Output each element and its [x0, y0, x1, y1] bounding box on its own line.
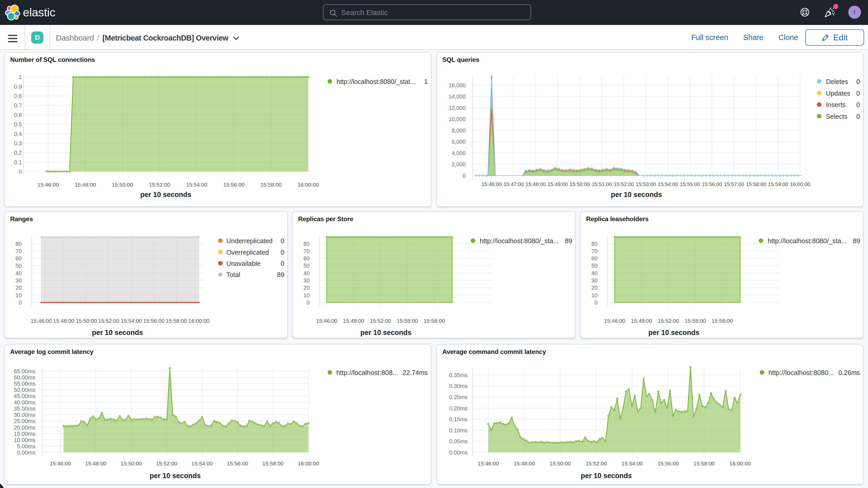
svg-text:30.00ms: 30.00ms [14, 411, 35, 418]
svg-text:15:47:00: 15:47:00 [503, 181, 524, 187]
svg-text:10: 10 [304, 292, 310, 299]
svg-text:15:54:00: 15:54:00 [191, 460, 213, 466]
svg-text:15:57:00: 15:57:00 [724, 181, 744, 187]
svg-text:15:50:00: 15:50:00 [75, 318, 97, 324]
svg-text:15:49:00: 15:49:00 [343, 318, 364, 324]
svg-text:6,000: 6,000 [452, 139, 466, 145]
svg-text:15:48:00: 15:48:00 [85, 460, 106, 466]
svg-text:15:54:00: 15:54:00 [186, 182, 207, 188]
svg-text:60: 60 [304, 255, 310, 262]
svg-text:15:56:00: 15:56:00 [702, 181, 722, 187]
svg-text:0: 0 [19, 299, 22, 306]
svg-text:30: 30 [304, 277, 310, 284]
svg-text:0.26ms: 0.26ms [838, 369, 860, 376]
svg-text:80: 80 [16, 241, 22, 247]
svg-text:12,000: 12,000 [448, 105, 466, 111]
svg-text:15:50:00: 15:50:00 [550, 460, 571, 466]
svg-text:15:52:00: 15:52:00 [614, 181, 634, 187]
svg-text:15:46:00: 15:46:00 [316, 318, 337, 324]
svg-text:16:00:00: 16:00:00 [730, 460, 751, 466]
svg-text:60: 60 [591, 255, 598, 262]
svg-text:0: 0 [856, 113, 860, 120]
svg-text:10: 10 [16, 292, 22, 299]
svg-text:0.30ms: 0.30ms [449, 383, 467, 389]
svg-text:80: 80 [591, 241, 598, 247]
svg-text:per 10 seconds: per 10 seconds [150, 472, 200, 480]
svg-text:15:52:00: 15:52:00 [586, 460, 607, 466]
svg-text:0.3: 0.3 [14, 140, 22, 147]
svg-text:15:46:00: 15:46:00 [482, 181, 502, 187]
svg-text:15:52:00: 15:52:00 [370, 318, 391, 324]
svg-text:0: 0 [281, 260, 284, 267]
svg-text:15:46:00: 15:46:00 [37, 182, 59, 188]
svg-text:15:58:00: 15:58:00 [712, 318, 733, 324]
svg-text:0.2: 0.2 [14, 149, 22, 156]
svg-text:40: 40 [591, 270, 598, 276]
svg-text:10: 10 [591, 292, 598, 299]
svg-text:0.25ms: 0.25ms [449, 394, 467, 400]
svg-text:15:58:00: 15:58:00 [166, 318, 187, 324]
svg-text:0: 0 [595, 299, 598, 306]
svg-text:Selects: Selects [826, 113, 847, 120]
svg-text:15:50:00: 15:50:00 [570, 181, 590, 187]
svg-text:http://localhost:8080/_sta...: http://localhost:8080/_sta... [768, 238, 847, 245]
svg-text:15:52:00: 15:52:00 [156, 460, 177, 466]
svg-text:40: 40 [304, 270, 310, 276]
svg-text:89: 89 [853, 238, 860, 245]
svg-text:0: 0 [856, 101, 860, 109]
svg-text:15:48:00: 15:48:00 [74, 182, 96, 188]
svg-text:5.00ms: 5.00ms [17, 443, 35, 450]
svg-text:http://localhost:8080/_sta...: http://localhost:8080/_sta... [480, 238, 559, 245]
svg-text:16:00:00: 16:00:00 [188, 318, 210, 324]
svg-text:per 10 seconds: per 10 seconds [140, 191, 191, 199]
svg-text:2,000: 2,000 [452, 161, 466, 167]
svg-text:0: 0 [281, 249, 284, 256]
svg-text:16:00:00: 16:00:00 [298, 182, 319, 188]
svg-text:15:54:00: 15:54:00 [622, 460, 643, 466]
svg-text:14,000: 14,000 [448, 93, 466, 100]
svg-text:15:58:00: 15:58:00 [693, 460, 715, 466]
svg-text:15:46:00: 15:46:00 [478, 460, 499, 466]
svg-text:15:48:00: 15:48:00 [525, 181, 546, 187]
svg-text:15:46:00: 15:46:00 [31, 318, 52, 324]
svg-text:15:58:00: 15:58:00 [746, 181, 766, 187]
svg-text:16:00:00: 16:00:00 [298, 460, 319, 466]
svg-text:0.10ms: 0.10ms [449, 427, 467, 434]
svg-text:20.00ms: 20.00ms [14, 424, 35, 431]
svg-text:15:55:00: 15:55:00 [685, 318, 706, 324]
svg-text:0.35ms: 0.35ms [449, 372, 467, 378]
svg-text:35.00ms: 35.00ms [14, 405, 35, 412]
svg-text:15:59:00: 15:59:00 [768, 181, 788, 187]
svg-text:http://localhost:808...: http://localhost:808... [336, 369, 398, 376]
svg-text:15:51:00: 15:51:00 [592, 181, 612, 187]
svg-text:0: 0 [856, 78, 860, 85]
svg-text:0.00ms: 0.00ms [17, 449, 35, 456]
svg-text:15:49:00: 15:49:00 [631, 318, 652, 324]
svg-text:10.00ms: 10.00ms [14, 437, 35, 443]
svg-text:10,000: 10,000 [448, 116, 466, 122]
svg-text:per 10 seconds: per 10 seconds [648, 329, 699, 336]
svg-text:80: 80 [304, 241, 310, 247]
svg-text:15:49:00: 15:49:00 [548, 181, 568, 187]
svg-text:40: 40 [16, 270, 22, 276]
svg-text:25.00ms: 25.00ms [14, 418, 35, 424]
svg-text:0: 0 [307, 299, 310, 306]
svg-text:1: 1 [19, 74, 22, 80]
svg-text:15:53:00: 15:53:00 [636, 181, 656, 187]
svg-text:Total: Total [226, 271, 240, 279]
svg-text:0.9: 0.9 [14, 84, 22, 90]
svg-text:22.74ms: 22.74ms [403, 369, 428, 376]
svg-text:50: 50 [16, 263, 22, 269]
svg-text:40.00ms: 40.00ms [14, 399, 35, 406]
svg-text:15:48:00: 15:48:00 [53, 318, 74, 324]
svg-text:70: 70 [304, 248, 310, 254]
svg-text:15:52:00: 15:52:00 [658, 318, 679, 324]
svg-text:8,000: 8,000 [452, 127, 466, 134]
svg-text:70: 70 [591, 248, 598, 254]
svg-text:0.7: 0.7 [14, 102, 22, 109]
svg-text:4,000: 4,000 [452, 150, 466, 156]
svg-text:15:48:00: 15:48:00 [514, 460, 535, 466]
svg-text:60.00ms: 60.00ms [14, 374, 35, 381]
svg-text:16:00:00: 16:00:00 [790, 181, 810, 187]
svg-text:15:56:00: 15:56:00 [657, 460, 679, 466]
